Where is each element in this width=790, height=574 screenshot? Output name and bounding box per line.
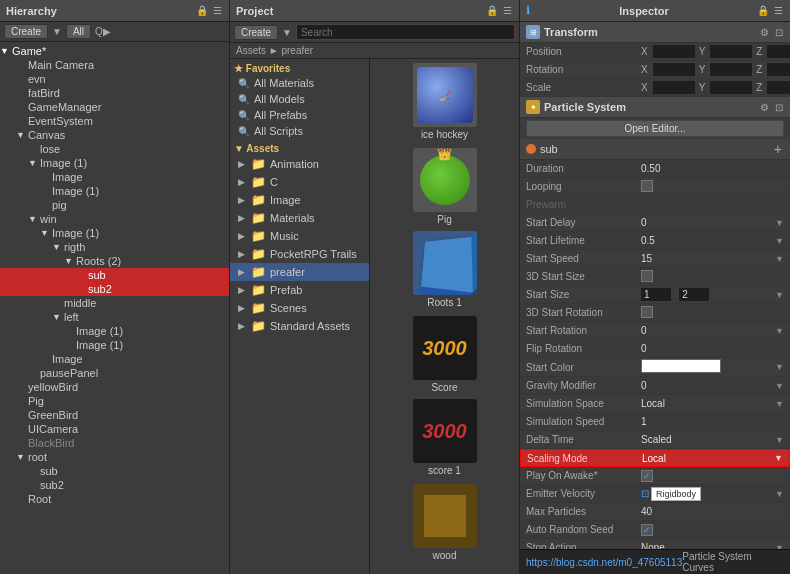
open-editor-button[interactable]: Open Editor... <box>526 120 784 137</box>
asset-pig[interactable]: Pig <box>410 148 480 225</box>
folder-c[interactable]: ▶ 📁C <box>230 173 369 191</box>
asset-ice-hockey[interactable]: 🏒 ice hockey <box>410 63 480 140</box>
start-size-input2[interactable] <box>679 288 709 301</box>
add-property-button[interactable]: + <box>772 141 784 157</box>
start-rotation-dropdown[interactable]: ▼ <box>775 326 784 336</box>
3d-start-rotation-checkbox[interactable] <box>641 306 653 318</box>
hierarchy-create-button[interactable]: Create <box>4 24 48 39</box>
folder-prefab[interactable]: ▶ 📁Prefab <box>230 281 369 299</box>
tree-item-lose[interactable]: lose <box>0 142 229 156</box>
tree-item-pig2[interactable]: Pig <box>0 394 229 408</box>
folder-pocketrpg[interactable]: ▶ 📁PocketRPG Trails <box>230 245 369 263</box>
tree-item-evn[interactable]: evn <box>0 72 229 86</box>
start-color-swatch[interactable] <box>641 359 721 373</box>
particle-system-header[interactable]: ✦ Particle System ⚙ ⊡ <box>520 97 790 118</box>
tree-item-greenbird[interactable]: GreenBird <box>0 408 229 422</box>
start-color-dropdown[interactable]: ▼ <box>775 362 784 372</box>
scale-z-input[interactable]: 0.5375 <box>767 81 790 94</box>
start-lifetime-dropdown[interactable]: ▼ <box>775 236 784 246</box>
particle-settings-icon[interactable]: ⚙ <box>759 101 770 114</box>
tree-item-sub[interactable]: sub <box>0 268 229 282</box>
tree-item-sub2[interactable]: sub2 <box>0 282 229 296</box>
project-lock-icon[interactable]: 🔒 <box>485 4 499 17</box>
folder-music[interactable]: ▶ 📁Music <box>230 227 369 245</box>
inspector-menu-icon[interactable]: ☰ <box>773 4 784 17</box>
folder-image[interactable]: ▶ 📁Image <box>230 191 369 209</box>
particle-expand-icon[interactable]: ⊡ <box>774 101 784 114</box>
tree-item-game[interactable]: Game* <box>0 44 229 58</box>
rotation-z-input[interactable]: 0 <box>767 63 790 76</box>
start-delay-dropdown[interactable]: ▼ <box>775 218 784 228</box>
tree-item-middle[interactable]: middle <box>0 296 229 310</box>
3d-start-size-checkbox[interactable] <box>641 270 653 282</box>
asset-score[interactable]: 3000 Score <box>410 316 480 393</box>
rotation-y-input[interactable]: 0 <box>710 63 752 76</box>
auto-random-seed-checkbox[interactable] <box>641 524 653 536</box>
tree-item-image1a-c2[interactable]: Image (1) <box>0 184 229 198</box>
rotation-x-input[interactable]: -90.00 <box>653 63 695 76</box>
fav-all-prefabs[interactable]: 🔍All Prefabs <box>230 107 369 123</box>
tree-item-pig[interactable]: pig <box>0 198 229 212</box>
transform-component-header[interactable]: ⊞ Transform ⚙ ⊡ <box>520 22 790 43</box>
url-link[interactable]: https://blog.csdn.net/m0_47605113 <box>526 557 682 568</box>
asset-roots1[interactable]: Roots 1 <box>410 231 480 308</box>
tree-item-image1d[interactable]: Image (1) <box>0 338 229 352</box>
asset-wood[interactable]: wood <box>410 484 480 561</box>
inspector-lock-icon[interactable]: 🔒 <box>756 4 770 17</box>
tree-item-root-sub2[interactable]: sub2 <box>0 478 229 492</box>
folder-standard[interactable]: ▶ 📁Standard Assets <box>230 317 369 335</box>
transform-settings-icon[interactable]: ⚙ <box>759 26 770 39</box>
start-size-input1[interactable] <box>641 288 671 301</box>
hierarchy-all-button[interactable]: All <box>66 24 91 39</box>
start-size-dropdown[interactable]: ▼ <box>775 290 784 300</box>
scaling-mode-dropdown[interactable]: ▼ <box>774 453 783 463</box>
hierarchy-menu-icon[interactable]: ☰ <box>212 4 223 17</box>
folder-animation[interactable]: ▶ 📁Animation <box>230 155 369 173</box>
project-search-input[interactable] <box>296 24 515 40</box>
tree-item-image-lone[interactable]: Image <box>0 352 229 366</box>
scale-y-input[interactable]: 1 <box>710 81 752 94</box>
tree-item-root-sub[interactable]: sub <box>0 464 229 478</box>
tree-item-image1c[interactable]: Image (1) <box>0 324 229 338</box>
folder-preafer[interactable]: ▶ 📁preafer <box>230 263 369 281</box>
position-y-input[interactable]: 0.14 <box>710 45 752 58</box>
tree-item-yellowbird[interactable]: yellowBird <box>0 380 229 394</box>
tree-item-blackbird[interactable]: BlackBird <box>0 436 229 450</box>
tree-item-image1b[interactable]: Image (1) <box>0 226 229 240</box>
project-menu-icon[interactable]: ☰ <box>502 4 513 17</box>
position-z-input[interactable]: 4.24 <box>767 45 790 58</box>
asset-score1[interactable]: 3000 score 1 <box>410 399 480 476</box>
tree-item-rigth[interactable]: rigth <box>0 240 229 254</box>
tree-item-uicamera[interactable]: UICamera <box>0 422 229 436</box>
transform-expand-icon[interactable]: ⊡ <box>774 26 784 39</box>
fav-all-materials[interactable]: 🔍All Materials <box>230 75 369 91</box>
tree-item-gamemanager[interactable]: GameManager <box>0 100 229 114</box>
gravity-dropdown[interactable]: ▼ <box>775 381 784 391</box>
start-speed-dropdown[interactable]: ▼ <box>775 254 784 264</box>
fav-all-scripts[interactable]: 🔍All Scripts <box>230 123 369 139</box>
fav-all-models[interactable]: 🔍All Models <box>230 91 369 107</box>
tree-item-Root[interactable]: Root <box>0 492 229 506</box>
tree-item-canvas[interactable]: Canvas <box>0 128 229 142</box>
position-x-input[interactable]: 0.22 <box>653 45 695 58</box>
tree-item-pausepanel[interactable]: pausePanel <box>0 366 229 380</box>
hierarchy-lock-icon[interactable]: 🔒 <box>195 4 209 17</box>
sim-space-dropdown[interactable]: ▼ <box>775 399 784 409</box>
delta-time-dropdown[interactable]: ▼ <box>775 435 784 445</box>
tree-item-image1a-c1[interactable]: Image <box>0 170 229 184</box>
play-on-awake-checkbox[interactable] <box>641 470 653 482</box>
tree-item-win[interactable]: win <box>0 212 229 226</box>
tree-item-eventsystem[interactable]: EventSystem <box>0 114 229 128</box>
emitter-velocity-dropdown[interactable]: ▼ <box>775 489 784 499</box>
project-create-button[interactable]: Create <box>234 25 278 40</box>
folder-materials[interactable]: ▶ 📁Materials <box>230 209 369 227</box>
tree-item-maincamera[interactable]: Main Camera <box>0 58 229 72</box>
tree-item-root[interactable]: root <box>0 450 229 464</box>
tree-item-fatbird[interactable]: fatBird <box>0 86 229 100</box>
looping-checkbox[interactable] <box>641 180 653 192</box>
folder-scenes[interactable]: ▶ 📁Scenes <box>230 299 369 317</box>
tree-item-roots2[interactable]: Roots (2) <box>0 254 229 268</box>
tree-item-image1a[interactable]: Image (1) <box>0 156 229 170</box>
scale-x-input[interactable]: 0.4999 <box>653 81 695 94</box>
tree-item-left[interactable]: left <box>0 310 229 324</box>
